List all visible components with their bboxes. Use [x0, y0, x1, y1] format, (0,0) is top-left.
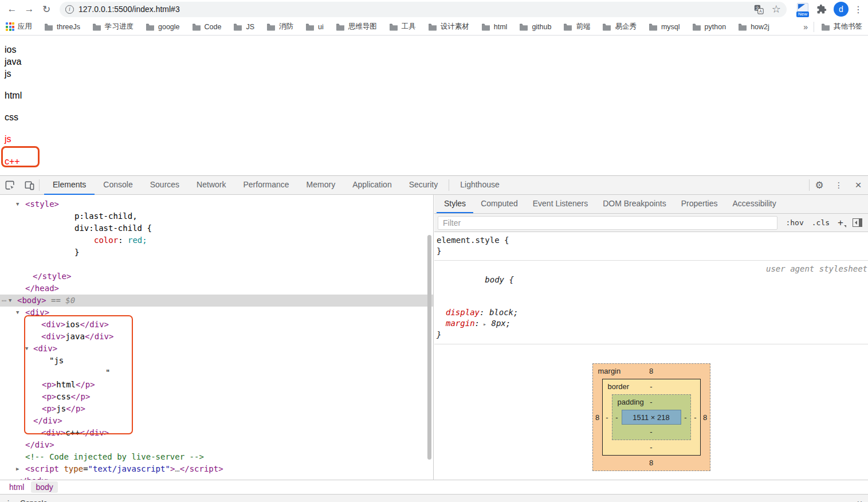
- box-model-margin[interactable]: margin 8 8 border - -: [592, 363, 710, 471]
- dom-tree-line[interactable]: </body>: [0, 475, 433, 480]
- devtools-tab-performance[interactable]: Performance: [234, 176, 297, 195]
- dom-tree-line[interactable]: }: [0, 246, 433, 258]
- devtools-tab-console[interactable]: Console: [95, 176, 141, 195]
- dom-tree-line[interactable]: color: red;: [0, 234, 433, 246]
- bookmark-item[interactable]: 工具: [389, 22, 416, 32]
- bookmark-item[interactable]: 消防: [266, 22, 293, 32]
- reload-icon[interactable]: ↻: [38, 1, 55, 17]
- dom-tree-line[interactable]: [0, 258, 433, 270]
- dom-tree-line[interactable]: ⋯▼<body> == $0: [0, 295, 433, 307]
- box-model-padding[interactable]: padding - - 1511 × 218 - -: [612, 394, 691, 440]
- dom-tree-line[interactable]: ▼<style>: [0, 198, 433, 210]
- site-info-icon[interactable]: i: [65, 5, 74, 14]
- browser-menu-icon[interactable]: ⋮: [852, 4, 865, 15]
- bookmark-item[interactable]: google: [146, 23, 180, 31]
- bookmark-item[interactable]: threeJs: [44, 23, 80, 31]
- computed-sidebar-toggle-icon[interactable]: [853, 218, 862, 227]
- devtools-tab-sources[interactable]: Sources: [142, 176, 188, 195]
- border-bottom-value[interactable]: -: [650, 443, 652, 452]
- devtools-tab-lighthouse[interactable]: Lighthouse: [451, 176, 508, 195]
- scrollbar-thumb[interactable]: [427, 235, 431, 460]
- body-rule-selector[interactable]: body { user agent stylesheet: [437, 264, 866, 307]
- styles-filter-input[interactable]: [438, 216, 777, 230]
- translate-icon[interactable]: 文A: [754, 5, 764, 14]
- bookmark-item[interactable]: JS: [233, 23, 254, 31]
- bookmark-item[interactable]: 思维导图: [336, 22, 377, 32]
- margin-right-value[interactable]: 8: [701, 413, 710, 422]
- collapse-arrow-icon[interactable]: ▶: [16, 463, 19, 475]
- bookmark-item[interactable]: 前端: [563, 22, 590, 32]
- settings-gear-icon[interactable]: ⚙: [810, 176, 829, 194]
- console-drawer[interactable]: ⋮ Console ×: [0, 494, 868, 502]
- expand-arrow-icon[interactable]: ▼: [16, 307, 19, 319]
- toggle-class-button[interactable]: .cls: [812, 218, 830, 227]
- border-top-value[interactable]: -: [650, 382, 652, 391]
- inspect-element-icon[interactable]: [0, 176, 19, 194]
- box-model-diagram[interactable]: margin 8 8 border - -: [434, 363, 868, 471]
- toggle-hover-state-button[interactable]: :hov: [785, 218, 803, 227]
- address-bar[interactable]: i 127.0.0.1:5500/index.html#3 文A ☆: [60, 2, 787, 17]
- bookmark-item[interactable]: 学习进度: [92, 22, 133, 32]
- dom-tree-line[interactable]: div:last-child {: [0, 222, 433, 234]
- css-declaration[interactable]: display: block;: [437, 307, 866, 318]
- bookmark-item[interactable]: ui: [305, 23, 324, 31]
- dom-tree-line[interactable]: p:last-child,: [0, 210, 433, 222]
- margin-bottom-value[interactable]: 8: [649, 458, 653, 467]
- bookmarks-overflow-chevron[interactable]: »: [798, 22, 814, 32]
- bookmark-item[interactable]: 设计素材: [428, 22, 469, 32]
- drawer-close-icon[interactable]: ×: [857, 499, 862, 502]
- dom-tree-line[interactable]: </head>: [0, 283, 433, 295]
- box-model-border[interactable]: border - - padding -: [602, 379, 701, 456]
- dom-tree-line[interactable]: ▶<script type="text/javascript">…</scrip…: [0, 463, 433, 475]
- forward-icon[interactable]: →: [21, 1, 38, 17]
- profile-avatar[interactable]: d: [834, 2, 849, 17]
- styles-tab-accessibility[interactable]: Accessibility: [725, 195, 784, 213]
- element-style-section[interactable]: element.style { }: [434, 232, 868, 261]
- padding-bottom-value[interactable]: -: [650, 428, 652, 436]
- back-icon[interactable]: ←: [3, 1, 21, 17]
- devtools-close-icon[interactable]: ×: [849, 176, 868, 194]
- drawer-menu-icon[interactable]: ⋮: [5, 499, 12, 502]
- styles-tab-event-listeners[interactable]: Event Listeners: [525, 195, 596, 213]
- devtools-tab-network[interactable]: Network: [188, 176, 234, 195]
- screenshot-extension-icon[interactable]: New: [796, 2, 810, 16]
- bookmark-item[interactable]: Code: [192, 23, 222, 31]
- dom-tree-line[interactable]: <!-- Code injected by live-server -->: [0, 451, 433, 463]
- bookmark-item[interactable]: github: [519, 23, 551, 31]
- dom-tree-line[interactable]: </style>: [0, 270, 433, 283]
- bookmark-item[interactable]: html: [481, 23, 508, 31]
- styles-tab-dom-breakpoints[interactable]: DOM Breakpoints: [595, 195, 673, 213]
- padding-right-value[interactable]: -: [681, 413, 690, 422]
- url-text[interactable]: 127.0.0.1:5500/index.html#3: [78, 5, 180, 14]
- styles-tab-properties[interactable]: Properties: [674, 195, 725, 213]
- device-toolbar-icon[interactable]: [19, 176, 39, 194]
- breadcrumb-html[interactable]: html: [5, 481, 29, 493]
- devtools-tab-application[interactable]: Application: [344, 176, 400, 195]
- breadcrumb-body[interactable]: body: [31, 481, 57, 493]
- other-bookmarks-folder[interactable]: 其他书签: [821, 22, 862, 32]
- dom-tree-line[interactable]: </div>: [0, 439, 433, 451]
- devtools-tab-elements[interactable]: Elements: [44, 176, 95, 195]
- border-left-value[interactable]: -: [603, 413, 612, 422]
- bookmark-star-icon[interactable]: ☆: [772, 3, 781, 15]
- expand-arrow-icon[interactable]: ▼: [16, 198, 19, 210]
- new-style-rule-button[interactable]: +: [838, 217, 843, 229]
- padding-left-value[interactable]: -: [612, 413, 622, 422]
- devtools-tab-memory[interactable]: Memory: [298, 176, 344, 195]
- bookmark-item[interactable]: mysql: [649, 23, 680, 31]
- body-rule-section[interactable]: body { user agent stylesheet display: bl…: [434, 261, 868, 344]
- bookmark-item[interactable]: how2j: [738, 23, 769, 31]
- elements-panel[interactable]: ▼<style>p:last-child,div:last-child {col…: [0, 195, 434, 480]
- bookmark-item[interactable]: python: [692, 23, 726, 31]
- styles-tab-styles[interactable]: Styles: [437, 195, 473, 213]
- padding-top-value[interactable]: -: [650, 398, 652, 406]
- css-declaration[interactable]: margin: ▸ 8px;: [437, 318, 866, 330]
- margin-top-value[interactable]: 8: [649, 367, 653, 375]
- bookmark-item[interactable]: 易企秀: [602, 22, 637, 32]
- border-right-value[interactable]: -: [691, 413, 700, 422]
- styles-tab-computed[interactable]: Computed: [473, 195, 525, 213]
- box-model-content[interactable]: 1511 × 218: [622, 410, 681, 425]
- expand-arrow-icon[interactable]: ▼: [9, 295, 11, 307]
- extensions-puzzle-icon[interactable]: [816, 4, 827, 14]
- margin-left-value[interactable]: 8: [593, 413, 602, 422]
